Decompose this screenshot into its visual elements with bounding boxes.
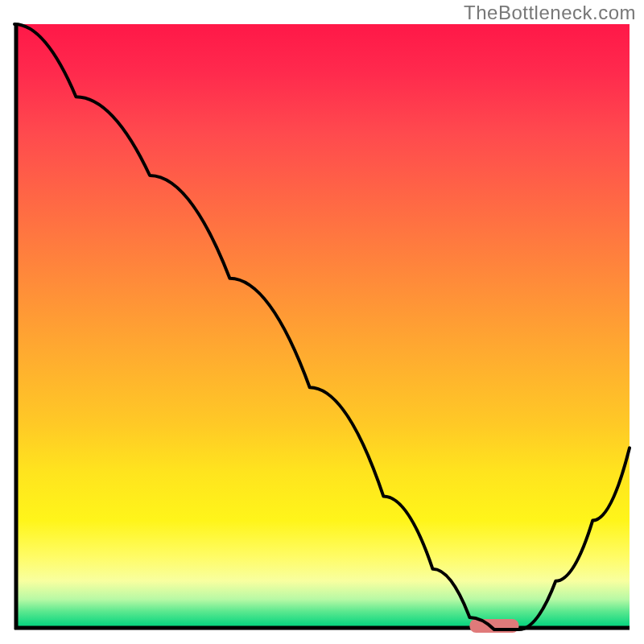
watermark-text: TheBottleneck.com [464, 2, 636, 24]
plot-area [14, 24, 630, 630]
chart-svg [14, 24, 630, 630]
bottleneck-curve [14, 24, 630, 630]
chart-container: TheBottleneck.com [0, 0, 644, 644]
